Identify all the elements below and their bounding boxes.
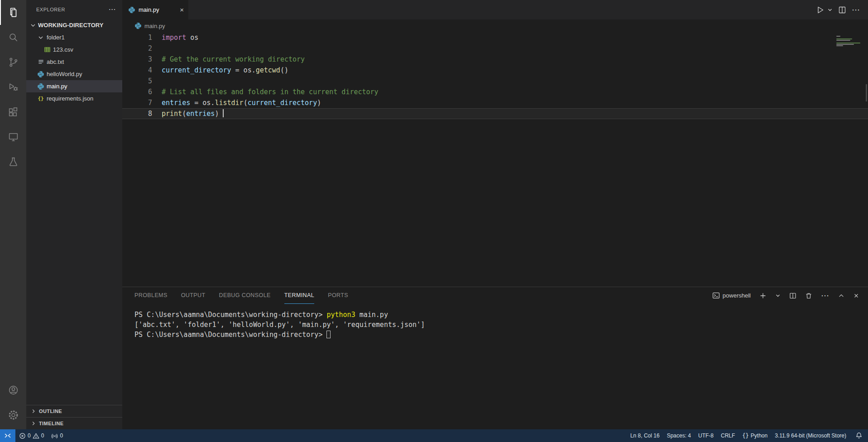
explorer-root-folder[interactable]: WORKING-DIRECTORY: [26, 19, 122, 31]
activity-item-run-debug[interactable]: [0, 75, 26, 100]
line-number: 6: [122, 86, 152, 97]
terminal[interactable]: PS C:\Users\aamna\Documents\working-dire…: [122, 304, 868, 429]
line-number: 1: [122, 32, 152, 43]
code-line-4[interactable]: 4current_directory = os.getcwd(): [122, 65, 868, 76]
ports-status[interactable]: 0: [48, 429, 67, 442]
panel-tab-terminal[interactable]: TERMINAL: [284, 287, 314, 304]
editor-tab-bar: main.py× ⋯: [122, 0, 868, 19]
sidebar-bottom-sections: OUTLINETIMELINE: [26, 405, 122, 429]
file-label: helloWorld.py: [47, 71, 82, 77]
testing-flask-icon: [8, 156, 19, 168]
breadcrumb-file[interactable]: main.py: [144, 23, 165, 29]
status-language[interactable]: {}Python: [739, 429, 771, 442]
file-item-folder1[interactable]: folder1: [26, 31, 122, 43]
explorer-icon: [7, 7, 19, 19]
problems-status[interactable]: 0 0: [15, 429, 48, 442]
breadcrumb[interactable]: main.py: [122, 19, 868, 32]
status-python-interpreter[interactable]: 3.11.9 64-bit (Microsoft Store): [771, 429, 850, 442]
line-number: 7: [122, 97, 152, 108]
new-terminal-button[interactable]: [758, 291, 768, 301]
code-line-7[interactable]: 7entries = os.listdir(current_directory): [122, 97, 868, 108]
chevron-right-icon: [30, 420, 37, 427]
split-terminal-button[interactable]: [788, 291, 798, 301]
activity-item-testing[interactable]: [0, 149, 26, 174]
explorer-tree: folder1123.csvabc.txthelloWorld.pymain.p…: [26, 31, 122, 405]
code-line-2[interactable]: 2: [122, 43, 868, 54]
file-item-abc.txt[interactable]: abc.txt: [26, 56, 122, 68]
minimap[interactable]: [836, 36, 862, 46]
line-number: 5: [122, 76, 152, 86]
shell-name: powershell: [723, 292, 751, 299]
search-icon: [8, 32, 19, 43]
code-line-3[interactable]: 3# Get the current working directory: [122, 54, 868, 65]
file-item-requirements.json[interactable]: {}requirements.json: [26, 92, 122, 105]
broadcast-count: 0: [60, 432, 63, 439]
explorer-title: EXPLORER: [36, 7, 65, 12]
terminal-shell-selector[interactable]: powershell: [712, 292, 751, 299]
explorer-more-button[interactable]: ⋯: [109, 6, 116, 13]
panel-actions: powershell: [712, 290, 868, 301]
activity-item-accounts[interactable]: [0, 378, 26, 403]
code-editor[interactable]: 1import os23# Get the current working di…: [122, 32, 868, 287]
activity-item-explorer[interactable]: [0, 0, 26, 25]
file-label: folder1: [47, 34, 65, 41]
tab-label: main.py: [139, 6, 177, 13]
run-debug-icon: [8, 82, 19, 93]
status-bar: 0 0 0 Ln 8, Col 16Spaces: 4UTF-8CRLF{}Py…: [0, 429, 868, 442]
code-line-6[interactable]: 6# List all files and folders in the cur…: [122, 86, 868, 97]
python-icon: [128, 6, 135, 14]
python-icon: [134, 22, 142, 29]
explorer-header: EXPLORER ⋯: [26, 0, 122, 19]
python-file-icon: [37, 83, 44, 90]
notifications-bell[interactable]: [850, 429, 868, 442]
tab-close-icon[interactable]: ×: [180, 6, 184, 13]
python-file-icon: [37, 71, 44, 78]
file-item-main.py[interactable]: main.py: [26, 80, 122, 92]
panel-header: PROBLEMSOUTPUTDEBUG CONSOLETERMINALPORTS…: [122, 287, 868, 304]
panel-tab-ports[interactable]: PORTS: [328, 287, 348, 304]
panel-tab-debug-console[interactable]: DEBUG CONSOLE: [219, 287, 270, 304]
tab-main.py[interactable]: main.py×: [122, 0, 188, 19]
file-item-helloWorld.py[interactable]: helloWorld.py: [26, 68, 122, 80]
close-panel-icon[interactable]: [852, 291, 861, 300]
activity-item-search[interactable]: [0, 25, 26, 50]
line-number: 4: [122, 65, 152, 76]
line-number: 3: [122, 54, 152, 65]
panel-tab-problems[interactable]: PROBLEMS: [134, 287, 168, 304]
code-lines: 1import os23# Get the current working di…: [122, 32, 868, 119]
root-folder-label: WORKING-DIRECTORY: [38, 22, 103, 29]
editor-actions: ⋯: [814, 0, 868, 19]
status-eol[interactable]: CRLF: [717, 429, 739, 442]
editor-more-actions-button[interactable]: ⋯: [850, 5, 862, 15]
activity-item-source-control[interactable]: [0, 50, 26, 75]
terminal-dropdown-chevron-icon[interactable]: [774, 292, 782, 300]
bell-icon: [855, 432, 863, 439]
panel-tab-output[interactable]: OUTPUT: [181, 287, 206, 304]
file-item-123.csv[interactable]: 123.csv: [26, 43, 122, 56]
status-cursor-position[interactable]: Ln 8, Col 16: [627, 429, 663, 442]
terminal-line: PS C:\Users\aamna\Documents\working-dire…: [134, 330, 868, 340]
explorer-sidebar: EXPLORER ⋯ WORKING-DIRECTORY folder1123.…: [26, 0, 122, 429]
status-indentation[interactable]: Spaces: 4: [663, 429, 695, 442]
sidebar-section-outline[interactable]: OUTLINE: [26, 405, 122, 417]
status-encoding[interactable]: UTF-8: [695, 429, 717, 442]
editor-cursor: [223, 109, 224, 117]
activity-item-extensions[interactable]: [0, 100, 26, 125]
kill-terminal-trash-icon[interactable]: [804, 291, 814, 301]
panel-more-actions-button[interactable]: ⋯: [820, 290, 831, 301]
editor-scrollbar[interactable]: [866, 84, 867, 101]
run-python-file-button[interactable]: [814, 4, 826, 16]
code-line-8[interactable]: 8print(entries): [122, 108, 868, 119]
code-line-5[interactable]: 5: [122, 76, 868, 86]
split-editor-button[interactable]: [837, 5, 848, 15]
sidebar-section-timeline[interactable]: TIMELINE: [26, 417, 122, 429]
line-number: 8: [122, 108, 152, 119]
remote-indicator[interactable]: [0, 429, 15, 442]
activity-item-remote-explorer[interactable]: [0, 125, 26, 149]
run-dropdown-chevron-icon[interactable]: [826, 6, 834, 14]
remote-icon: [4, 432, 11, 439]
gear-icon: [8, 409, 19, 421]
activity-item-settings[interactable]: [0, 403, 26, 428]
maximize-panel-chevron-up-icon[interactable]: [837, 291, 846, 300]
code-line-1[interactable]: 1import os: [122, 32, 868, 43]
